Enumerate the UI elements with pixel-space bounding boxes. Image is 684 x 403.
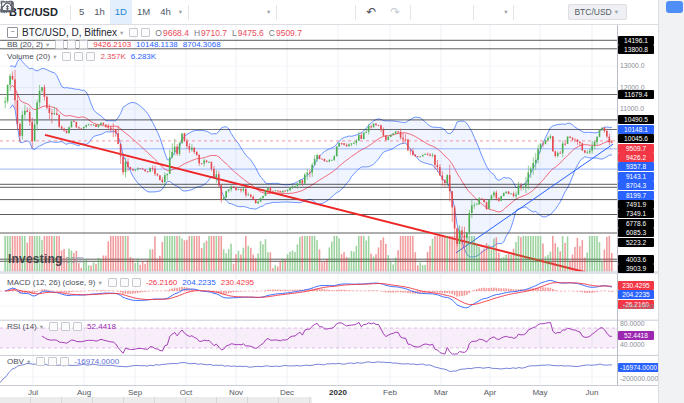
toolbar-separator	[410, 5, 411, 20]
symbol-search-button[interactable]: BTC/USD ▾	[568, 4, 627, 20]
macd-visibility-button[interactable]	[108, 278, 117, 287]
title-caret-icon[interactable]: ▾	[117, 29, 126, 37]
save-chart-cloud-icon[interactable]	[541, 0, 565, 24]
bb-lower-value: 8704.3068	[183, 40, 221, 49]
redo-icon[interactable]: ↷	[383, 0, 407, 24]
bb-remove-button[interactable]	[67, 40, 76, 49]
rsi-remove-button[interactable]	[61, 322, 70, 331]
compare-dropdown-caret[interactable]: ▾	[264, 8, 273, 16]
volume-caret-icon[interactable]: ▾	[50, 53, 59, 61]
alert-bell-icon[interactable]	[414, 0, 438, 24]
timeframe-5-button[interactable]: 5	[74, 0, 89, 24]
chart-title[interactable]: BTC/USD, D, Bitfinex	[22, 27, 117, 38]
layout-dropdown-caret[interactable]: ▾	[501, 8, 510, 16]
bb-upper-value: 10148.1138	[136, 40, 178, 49]
chart-widget: BTC/USD 5 1h 1D 1M 4h ▾ ▾	[0, 0, 684, 403]
volume-indicator-name[interactable]: Volume (20)	[7, 52, 50, 61]
rsi-visibility-button[interactable]	[49, 322, 58, 331]
close-value: 9509.7	[276, 28, 302, 38]
obv-visibility-button[interactable]	[36, 357, 45, 366]
legend-toggle-button[interactable]	[129, 28, 138, 37]
toolbar-separator	[355, 5, 356, 20]
bb-indicator-name[interactable]: BB (20, 2)	[7, 40, 43, 49]
symbol-search-label: BTC/USD	[574, 7, 611, 17]
bb-basis-value: 9426.2103	[93, 40, 131, 49]
indicators-icon[interactable]	[304, 0, 328, 24]
macd-signal-value: 230.4295	[221, 278, 254, 287]
obv-settings-button[interactable]	[60, 357, 69, 366]
macd-remove-button[interactable]	[120, 278, 129, 287]
rsi-legend-row: RSI (14) ▾ 52.4418	[7, 322, 116, 331]
fullscreen-icon[interactable]	[630, 0, 654, 24]
layout-icon[interactable]	[477, 0, 501, 24]
rsi-indicator-name[interactable]: RSI (14)	[7, 322, 37, 331]
low-label: L	[232, 28, 237, 38]
toolbar-separator	[188, 5, 189, 20]
volume-settings-button[interactable]	[86, 52, 95, 61]
obv-value: -16974.0000	[74, 357, 119, 366]
obv-legend-row: OBV ▾ -16974.0000	[7, 357, 119, 366]
right-side-strip	[658, 0, 684, 403]
snapshot-camera-icon[interactable]	[446, 0, 470, 24]
toolbar-separator	[473, 5, 474, 20]
volume-remove-button[interactable]	[74, 52, 83, 61]
volume-legend-row: Volume (20) ▾ 2.357K 6.283K	[7, 52, 156, 61]
toolbar-separator	[276, 5, 277, 20]
compare-icon[interactable]	[240, 0, 264, 24]
scrollbar-thumb-decoration[interactable]	[666, 1, 683, 13]
macd-hist-value: -26.2160	[146, 278, 178, 287]
obv-remove-button[interactable]	[48, 357, 57, 366]
rsi-caret-icon[interactable]: ▾	[37, 323, 46, 331]
macd-line-value: 204.2235	[182, 278, 215, 287]
settings-gear-icon[interactable]	[280, 0, 304, 24]
macd-legend-row: MACD (12, 26) (close, 9) ▾ -26.2160 204.…	[7, 278, 254, 287]
timeframe-1m-button[interactable]: 1M	[132, 0, 155, 24]
investing-watermark: Investing.com	[8, 249, 84, 267]
macd-settings-button[interactable]	[132, 278, 141, 287]
load-chart-cloud-icon[interactable]	[517, 0, 541, 24]
toolbar-separator	[513, 5, 514, 20]
macd-caret-icon[interactable]: ▾	[95, 279, 104, 287]
high-label: H	[194, 28, 200, 38]
rsi-value: 52.4418	[87, 322, 116, 331]
close-label: C	[269, 28, 275, 38]
timeframe-1d-button[interactable]: 1D	[110, 0, 132, 24]
bottom-scrollbar[interactable]	[0, 397, 312, 403]
volume-value: 2.357K	[100, 52, 125, 61]
timeframe-4h-button[interactable]: 4h	[155, 0, 176, 24]
obv-caret-icon[interactable]: ▾	[24, 358, 33, 366]
top-toolbar: BTC/USD 5 1h 1D 1M 4h ▾ ▾	[0, 0, 658, 25]
main-legend-row: − BTC/USD, D, Bitfinex ▾ O 9668.4 H 9710…	[7, 27, 302, 38]
macd-indicator-name[interactable]: MACD (12, 26) (close, 9)	[7, 278, 95, 287]
symbol-search-caret: ▾	[612, 8, 621, 16]
rsi-settings-button[interactable]	[73, 322, 82, 331]
low-value: 9475.6	[238, 28, 264, 38]
legend-settings-button[interactable]	[141, 28, 150, 37]
watermark-bold-text: Investing	[8, 252, 62, 266]
timeframe-dropdown-caret[interactable]: ▾	[176, 8, 185, 16]
chart-type-candles-icon[interactable]	[192, 0, 216, 24]
volume-visibility-button[interactable]	[62, 52, 71, 61]
bb-visibility-button[interactable]	[55, 40, 64, 49]
bb-settings-button[interactable]	[79, 40, 88, 49]
open-value: 9668.4	[163, 28, 189, 38]
trend-line-tool-icon[interactable]	[216, 0, 240, 24]
bb-legend-row: BB (20, 2) ▾ 9426.2103 10148.1138 8704.3…	[7, 40, 221, 49]
obv-indicator-name[interactable]: OBV	[7, 357, 24, 366]
legend-collapse-icon[interactable]: −	[7, 27, 18, 38]
watermark-light-text: .com	[62, 254, 84, 265]
bb-caret-icon[interactable]: ▾	[43, 41, 52, 49]
toolbar-right-group: ▾ BTC/USD ▾	[446, 0, 658, 24]
open-label: O	[155, 28, 162, 38]
timeframe-1h-button[interactable]: 1h	[89, 0, 110, 24]
toolbar-separator	[70, 5, 71, 20]
templates-icon[interactable]	[328, 0, 352, 24]
volume-ma-value: 6.283K	[131, 52, 156, 61]
high-value: 9710.7	[201, 28, 227, 38]
undo-icon[interactable]: ↶	[359, 0, 383, 24]
